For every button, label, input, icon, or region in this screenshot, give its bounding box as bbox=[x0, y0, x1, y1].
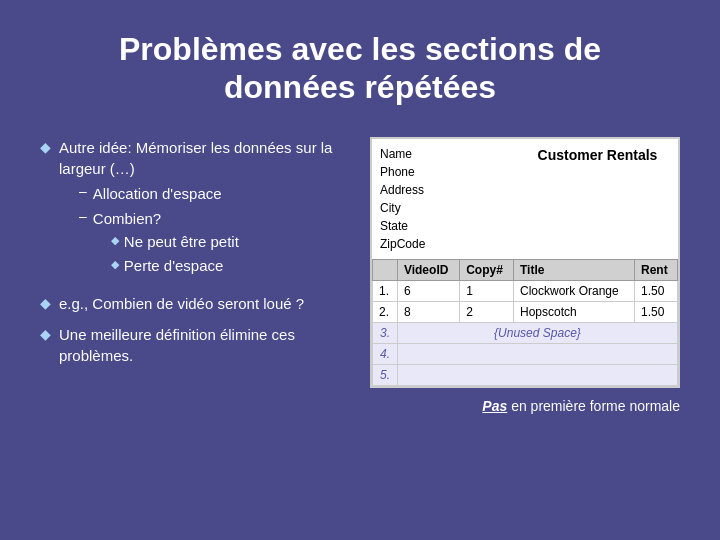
pas-text: Pas bbox=[482, 398, 507, 414]
bullet-diamond-3: ◆ bbox=[40, 326, 51, 342]
sub-sub-1-text: Ne peut être petit bbox=[124, 231, 239, 252]
content-area: ◆ Autre idée: Mémoriser les données sur … bbox=[40, 137, 680, 414]
bullet-2-text: e.g., Combien de vidéo seront loué ? bbox=[59, 293, 304, 314]
sub-bullet-1-2: – Combien? ◆ Ne peut être petit ◆ bbox=[79, 208, 340, 279]
sub-sub-2-text: Perte d'espace bbox=[124, 255, 224, 276]
unused-space-label: {Unused Space} bbox=[397, 322, 677, 343]
row-4-num: 4. bbox=[373, 343, 398, 364]
slide: Problèmes avec les sections de données r… bbox=[0, 0, 720, 540]
table-title: Customer Rentals bbox=[525, 145, 670, 163]
row-5-num: 5. bbox=[373, 364, 398, 385]
bullet-3-text: Une meilleure définition élimine ces pro… bbox=[59, 324, 340, 366]
field-address: Address bbox=[380, 181, 525, 199]
row-3-num: 3. bbox=[373, 322, 398, 343]
bullet-1: ◆ Autre idée: Mémoriser les données sur … bbox=[40, 137, 340, 283]
col-rent: Rent bbox=[634, 259, 677, 280]
col-title: Title bbox=[513, 259, 634, 280]
bullet-2: ◆ e.g., Combien de vidéo seront loué ? bbox=[40, 293, 340, 314]
field-name: Name bbox=[380, 145, 525, 163]
bottom-note-rest: en première forme normale bbox=[507, 398, 680, 414]
sub-sub-1: ◆ Ne peut être petit bbox=[111, 231, 239, 252]
sub-bullet-1-1: – Allocation d'espace bbox=[79, 183, 340, 204]
left-column: ◆ Autre idée: Mémoriser les données sur … bbox=[40, 137, 340, 376]
field-city: City bbox=[380, 199, 525, 217]
row-1-title: Clockwork Orange bbox=[513, 280, 634, 301]
title-line1: Problèmes avec les sections de bbox=[119, 31, 601, 67]
row-2-copy: 2 bbox=[460, 301, 514, 322]
customer-rentals-table: Name Phone Address City State ZipCode Cu… bbox=[370, 137, 680, 388]
bottom-note: Pas en première forme normale bbox=[370, 398, 680, 414]
bullet-diamond-2: ◆ bbox=[40, 295, 51, 311]
row-1-videoid: 6 bbox=[397, 280, 459, 301]
col-rownum bbox=[373, 259, 398, 280]
sub-bullet-1-2-text: Combien? bbox=[93, 210, 161, 227]
bullet-3: ◆ Une meilleure définition élimine ces p… bbox=[40, 324, 340, 366]
col-videoid: VideoID bbox=[397, 259, 459, 280]
row-2-rent: 1.50 bbox=[634, 301, 677, 322]
table-row-unused: 5. bbox=[373, 364, 678, 385]
table-header: Name Phone Address City State ZipCode Cu… bbox=[372, 139, 678, 259]
row-1-num: 1. bbox=[373, 280, 398, 301]
header-fields: Name Phone Address City State ZipCode bbox=[380, 145, 525, 253]
row-1-rent: 1.50 bbox=[634, 280, 677, 301]
title-line2: données répétées bbox=[224, 69, 496, 105]
table-row: 1. 6 1 Clockwork Orange 1.50 bbox=[373, 280, 678, 301]
right-column: Name Phone Address City State ZipCode Cu… bbox=[370, 137, 680, 414]
table-row-unused: 4. bbox=[373, 343, 678, 364]
table-row-unused: 3. {Unused Space} bbox=[373, 322, 678, 343]
data-table: VideoID Copy# Title Rent 1. 6 1 Clockwor… bbox=[372, 259, 678, 386]
row-2-videoid: 8 bbox=[397, 301, 459, 322]
bullet-diamond-1: ◆ bbox=[40, 139, 51, 155]
bullet-1-text: Autre idée: Mémoriser les données sur la… bbox=[59, 139, 332, 177]
row-2-title: Hopscotch bbox=[513, 301, 634, 322]
table-row: 2. 8 2 Hopscotch 1.50 bbox=[373, 301, 678, 322]
sub-sub-2: ◆ Perte d'espace bbox=[111, 255, 239, 276]
field-zipcode: ZipCode bbox=[380, 235, 525, 253]
row-1-copy: 1 bbox=[460, 280, 514, 301]
field-phone: Phone bbox=[380, 163, 525, 181]
field-state: State bbox=[380, 217, 525, 235]
col-copy: Copy# bbox=[460, 259, 514, 280]
sub-sub-bullets: ◆ Ne peut être petit ◆ Perte d'espace bbox=[111, 231, 239, 276]
sub-bullet-1-1-text: Allocation d'espace bbox=[93, 183, 222, 204]
table-header-row: VideoID Copy# Title Rent bbox=[373, 259, 678, 280]
sub-bullets-1: – Allocation d'espace – Combien? ◆ Ne p bbox=[79, 183, 340, 279]
slide-title: Problèmes avec les sections de données r… bbox=[40, 30, 680, 107]
row-2-num: 2. bbox=[373, 301, 398, 322]
